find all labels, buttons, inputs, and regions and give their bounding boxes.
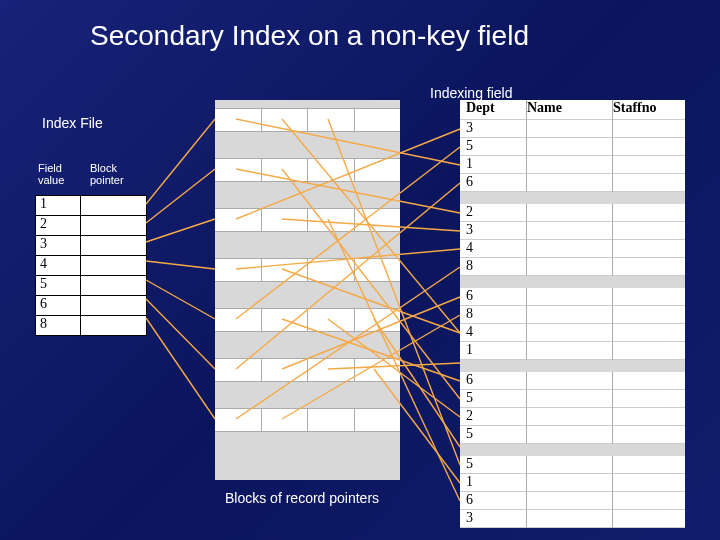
data-cell: 5 [460,138,527,156]
svg-line-11 [146,299,215,369]
data-cell: 6 [460,372,527,390]
data-cell: 5 [460,390,527,408]
slide-title: Secondary Index on a non-key field [90,20,529,52]
blocks-label: Blocks of record pointers [225,490,379,506]
index-value: 1 [36,196,81,215]
index-value: 3 [36,236,81,255]
svg-line-3 [146,169,215,223]
data-header-name: Name [527,100,613,120]
data-cell: 1 [460,156,527,174]
block-pointer-label: Block pointer [90,162,124,186]
data-cell: 4 [460,324,527,342]
data-cell: 3 [460,120,527,138]
svg-line-1 [146,119,215,204]
data-cell: 8 [460,258,527,276]
data-cell: 1 [460,342,527,360]
data-header-dept: Dept [460,100,527,120]
index-value: 5 [36,276,81,295]
data-header-staffno: Staffno [613,100,685,120]
data-cell: 3 [460,222,527,240]
index-value: 6 [36,296,81,315]
index-value: 4 [36,256,81,275]
svg-line-13 [146,318,215,419]
data-cell: 2 [460,408,527,426]
data-cell: 6 [460,492,527,510]
data-cell: 1 [460,474,527,492]
data-cell: 8 [460,306,527,324]
data-cell: 3 [460,510,527,528]
data-cell: 6 [460,174,527,192]
data-cell: 2 [460,204,527,222]
index-file-label: Index File [42,115,103,131]
pointer-blocks [215,100,400,480]
data-cell: 4 [460,240,527,258]
svg-line-5 [146,219,215,242]
data-cell: 5 [460,426,527,444]
data-cell: 6 [460,288,527,306]
svg-line-9 [146,280,215,319]
field-value-label: Field value [38,162,64,186]
svg-line-7 [146,261,215,269]
index-file-table: 1 2 3 4 5 6 8 [35,195,147,336]
data-file-table: Dept Name Staffno 3 5 1 6 2 3 4 8 6 8 4 … [460,100,685,528]
index-value: 8 [36,316,81,335]
data-cell: 5 [460,456,527,474]
indexing-field-label: Indexing field [430,85,513,101]
index-value: 2 [36,216,81,235]
